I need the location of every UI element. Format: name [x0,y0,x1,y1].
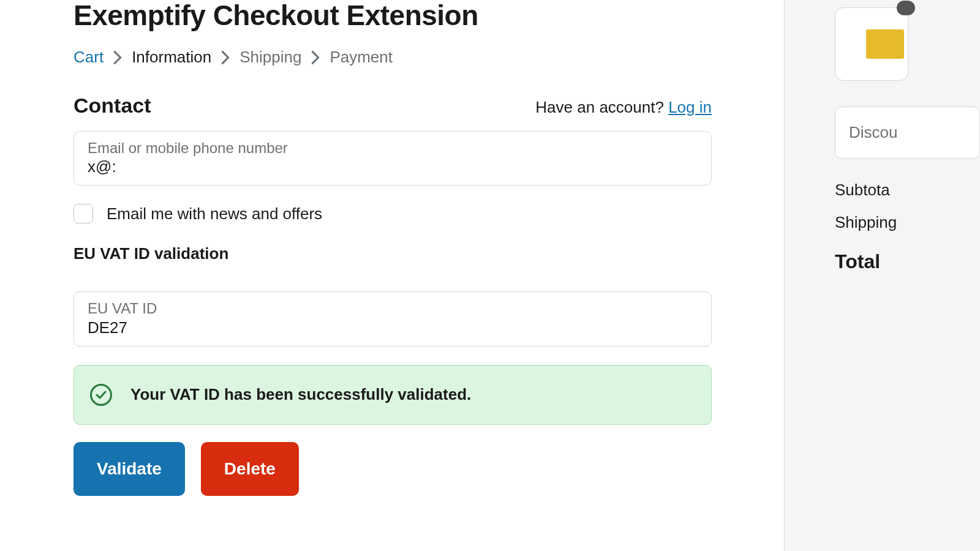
newsletter-checkbox[interactable] [74,204,93,223]
product-image [866,29,904,59]
vat-field-label: EU VAT ID [88,301,698,317]
subtotal-label: Subtota [835,181,980,200]
quantity-badge [897,1,915,15]
email-field-wrapper[interactable]: Email or mobile phone number [74,131,712,186]
discount-input[interactable]: Discou [835,107,980,159]
chevron-right-icon [221,51,230,64]
validate-button[interactable]: Validate [74,442,185,496]
have-account-text: Have an account? Log in [535,98,712,117]
newsletter-label: Email me with news and offers [107,204,322,223]
email-input[interactable] [88,157,698,176]
page-title: Exemptify Checkout Extension [74,0,712,32]
chevron-right-icon [311,51,320,64]
login-link[interactable]: Log in [668,98,712,116]
vat-input[interactable] [88,318,698,337]
have-account-label: Have an account? [535,98,668,116]
breadcrumb-information: Information [132,48,211,67]
contact-heading: Contact [74,94,151,118]
breadcrumb: Cart Information Shipping Payment [74,48,712,67]
success-message: Your VAT ID has been successfully valida… [130,385,471,404]
delete-button[interactable]: Delete [201,442,299,496]
chevron-right-icon [113,51,122,64]
breadcrumb-payment: Payment [330,48,393,67]
email-field-label: Email or mobile phone number [88,140,698,156]
success-banner: Your VAT ID has been successfully valida… [74,365,712,425]
order-summary-sidebar: Discou Subtota Shipping Total [784,0,980,551]
total-label: Total [835,250,980,273]
check-circle-icon [90,384,112,406]
vat-heading: EU VAT ID validation [74,244,712,263]
shipping-label: Shipping [835,213,980,232]
breadcrumb-shipping: Shipping [239,48,301,67]
breadcrumb-cart[interactable]: Cart [74,48,104,67]
product-thumbnail [835,7,908,81]
vat-field-wrapper[interactable]: EU VAT ID [74,291,712,346]
